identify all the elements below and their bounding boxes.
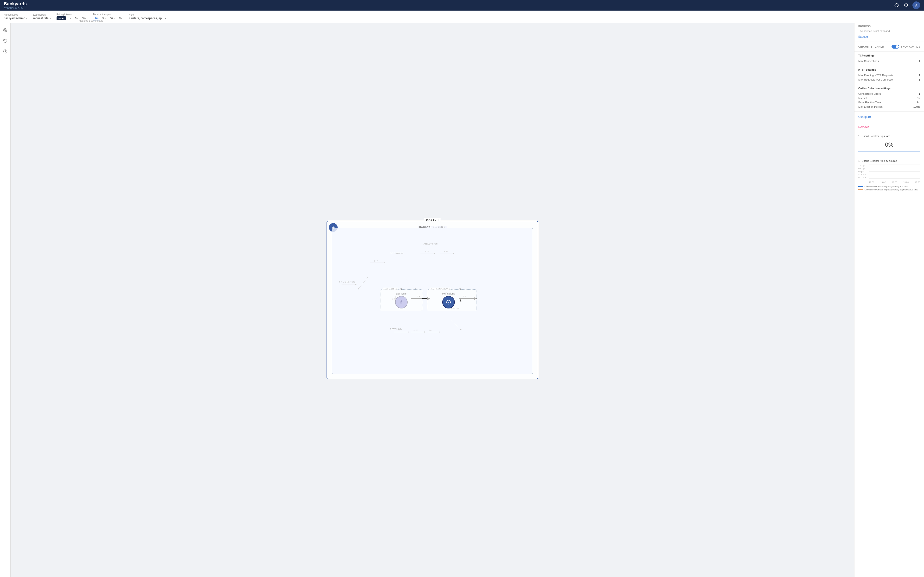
http-settings: HTTP settings Max Pending HTTP Requests … <box>855 66 924 84</box>
consecutive-errors-row: Consecutive Errors 1 <box>858 92 920 96</box>
chart2-header: 1 Circuit Breaker trips by source <box>858 160 920 162</box>
namespaces-chevron: ▾ <box>26 17 27 20</box>
x-label-2: 19:03 <box>892 181 897 184</box>
backyards-demo-label: BACKYARDS-DEMO <box>418 226 447 228</box>
view-value: clusters, namespaces, ap... <box>129 16 164 20</box>
max-requests-label: Max Requests Per Connection <box>858 78 894 81</box>
y-label-1: 0.5 ops <box>858 167 866 170</box>
analytics-label: ANALYTICS <box>423 243 438 245</box>
svg-line-26 <box>451 320 461 330</box>
max-requests-row: Max Requests Per Connection 1 <box>858 77 920 82</box>
svg-text:12.09: 12.09 <box>414 329 418 331</box>
ingress-text: The service is not exposed <box>858 29 920 32</box>
tcp-settings-title: TCP settings <box>858 54 920 57</box>
view-group: View clusters, namespaces, ap... ▾ <box>129 13 166 20</box>
chart2-y-labels: 1.0 ops 0.5 ops 0 ops -0.5 ops -1.0 ops <box>858 164 866 179</box>
slack-icon[interactable] <box>903 2 909 9</box>
legend-line-orange <box>858 189 863 190</box>
view-select[interactable]: clusters, namespaces, ap... ▾ <box>129 16 166 20</box>
notifications-label: notifications <box>442 292 455 295</box>
svg-point-28 <box>446 300 451 304</box>
bookings-label: BOOKINGS <box>390 252 404 255</box>
target-icon[interactable] <box>2 27 9 34</box>
edge-labels-label: Edge labels <box>33 13 51 16</box>
svg-text:6.12: 6.12 <box>444 250 448 253</box>
show-configs-row: SHOW CONFIGS <box>892 45 920 48</box>
logo-text: Backyards <box>4 2 27 6</box>
user-avatar[interactable]: A <box>913 2 920 9</box>
notifications-node[interactable] <box>442 296 455 308</box>
svg-text:3.8: 3.8 <box>429 329 432 331</box>
expose-link[interactable]: Expose <box>858 35 868 39</box>
notifications-count: 2 <box>460 298 462 302</box>
view-chevron: ▾ <box>165 17 166 20</box>
x-label-3: 19:04 <box>903 181 909 184</box>
payments-version: v1 <box>400 288 402 290</box>
header-right: A <box>893 2 920 9</box>
max-ejection-row: Max Ejection Percent 100% <box>858 105 920 109</box>
polling-group: Polling interval never 1s 5s 30s updated… <box>57 13 87 20</box>
help-icon[interactable] <box>2 48 9 55</box>
edge-labels-chevron: ▾ <box>50 17 51 20</box>
consecutive-errors-label: Consecutive Errors <box>858 92 881 95</box>
base-ejection-row: Base Ejection Time 3m <box>858 100 920 105</box>
svg-text:6.07: 6.07 <box>374 260 378 262</box>
payments-node[interactable]: 2 <box>395 296 408 308</box>
svg-line-25 <box>358 277 368 289</box>
max-pending-label: Max Pending HTTP Requests <box>858 74 893 77</box>
chart1-header: 1 Circuit Breaker trips rate <box>858 135 920 137</box>
actions-section: Configure <box>855 111 924 122</box>
metrics-30m[interactable]: 30m <box>108 16 116 21</box>
edge-labels-select[interactable]: request rate ▾ <box>33 16 51 20</box>
ingress-title: INGRESS <box>858 25 920 27</box>
consecutive-errors-value: 1 <box>919 92 920 95</box>
notifications-group: NOTIFICATIONS v1 notifications 2 <box>427 290 477 311</box>
chart1-value: 0% <box>858 139 920 150</box>
max-connections-value: 1 <box>919 60 920 63</box>
chart2-legend: Circuit Breaker istio-ingressgateway:503… <box>858 185 920 191</box>
circuit-breaker-section: CIRCUIT BREAKER SHOW CONFIGS <box>855 42 924 52</box>
payments-label: payments <box>396 292 406 295</box>
github-icon[interactable] <box>893 2 900 9</box>
chart2-title: Circuit Breaker trips by source <box>862 160 897 162</box>
namespaces-select[interactable]: backyards-demo ▾ <box>4 16 27 20</box>
master-container: MASTER ⎈ BACKYARDS-DEMO <box>326 221 538 379</box>
tcp-settings: TCP settings Max Connections 1 <box>855 52 924 66</box>
view-label: View <box>129 13 166 16</box>
chart2-num: 1 <box>858 160 860 162</box>
chart1-container: 1 Circuit Breaker trips rate 0% <box>855 132 924 157</box>
master-label: MASTER <box>424 218 441 221</box>
x-label-1: 19:02 <box>880 181 886 184</box>
interval-row: Interval 1s <box>858 96 920 100</box>
base-ejection-label: Base Ejection Time <box>858 101 881 104</box>
logo-sub: BY BANZAICLOUD <box>4 7 27 10</box>
configure-link[interactable]: Configure <box>858 115 871 119</box>
metrics-1h[interactable]: 1h <box>118 16 123 21</box>
polling-never[interactable]: never <box>57 16 66 20</box>
header-left: Backyards BY BANZAICLOUD <box>4 2 27 10</box>
ingress-section: INGRESS The service is not exposed Expos… <box>855 22 924 42</box>
notifications-group-label: NOTIFICATIONS <box>430 287 451 290</box>
svg-point-2 <box>5 30 5 31</box>
max-ejection-value: 100% <box>913 105 920 108</box>
x-label-4: 19:05 <box>914 181 920 184</box>
payments-group: PAYMENTS v1 payments 2 <box>380 290 422 311</box>
remove-link[interactable]: Remove <box>858 126 869 129</box>
circuit-breaker-toggle[interactable] <box>892 45 899 48</box>
chart2-grid <box>869 164 920 179</box>
outlier-settings: Outlier Detection settings Consecutive E… <box>855 84 924 111</box>
edge-labels-group: Edge labels request rate ▾ <box>33 13 51 20</box>
y-label-3: -0.5 ops <box>858 173 866 176</box>
max-requests-value: 1 <box>919 78 920 81</box>
remove-section: Remove <box>855 122 924 132</box>
http-settings-title: HTTP settings <box>858 68 920 71</box>
svg-text:6.02: 6.02 <box>425 250 429 253</box>
sidebar <box>0 23 11 577</box>
payments-group-label: PAYMENTS <box>383 287 398 290</box>
metrics-label: Metrics timespan <box>93 13 123 16</box>
y-label-0: 1.0 ops <box>858 164 866 167</box>
history-icon[interactable] <box>2 37 9 44</box>
polling-5s[interactable]: 5s <box>74 16 79 20</box>
polling-1s[interactable]: 1s <box>67 16 73 20</box>
interval-value: 1s <box>917 97 920 100</box>
